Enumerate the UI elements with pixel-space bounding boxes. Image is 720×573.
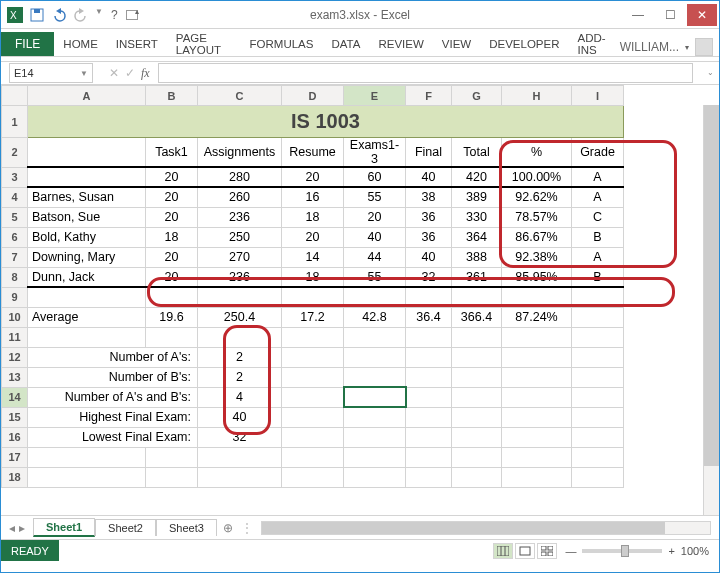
cell[interactable] <box>282 327 344 347</box>
cell[interactable] <box>502 327 572 347</box>
cell[interactable] <box>502 407 572 427</box>
cell[interactable]: C <box>572 207 624 227</box>
cell[interactable]: 20 <box>146 187 198 207</box>
formula-bar[interactable] <box>158 63 693 83</box>
stat-label[interactable]: Lowest Final Exam: <box>28 427 198 447</box>
cell[interactable]: A <box>572 187 624 207</box>
zoom-slider[interactable] <box>582 549 662 553</box>
cell[interactable] <box>572 427 624 447</box>
row-header-4[interactable]: 4 <box>2 187 28 207</box>
name-box-dropdown-icon[interactable]: ▼ <box>80 69 88 78</box>
cancel-icon[interactable]: ✕ <box>109 66 119 80</box>
stat-label[interactable]: Number of A's: <box>28 347 198 367</box>
cell[interactable]: 36.4 <box>406 307 452 327</box>
row-header-1[interactable]: 1 <box>2 106 28 138</box>
row-header-17[interactable]: 17 <box>2 447 28 467</box>
cell[interactable] <box>28 447 146 467</box>
cell[interactable] <box>502 427 572 447</box>
cell[interactable] <box>28 138 146 168</box>
cell[interactable]: % <box>502 138 572 168</box>
cell[interactable] <box>406 387 452 407</box>
vertical-scrollbar[interactable] <box>703 105 719 515</box>
stat-value[interactable]: 4 <box>198 387 282 407</box>
cell[interactable] <box>452 407 502 427</box>
cell[interactable]: 86.67% <box>502 227 572 247</box>
cell[interactable]: 20 <box>146 267 198 287</box>
cell[interactable] <box>282 347 344 367</box>
cell[interactable] <box>406 327 452 347</box>
cell[interactable] <box>344 287 406 307</box>
column-header-F[interactable]: F <box>406 86 452 106</box>
cell[interactable] <box>28 467 146 487</box>
select-all-cell[interactable] <box>2 86 28 106</box>
worksheet-grid[interactable]: ABCDEFGHI1IS 10032Task1AssignmentsResume… <box>1 85 719 515</box>
row-header-11[interactable]: 11 <box>2 327 28 347</box>
user-avatar-icon[interactable] <box>695 38 713 56</box>
cell[interactable]: B <box>572 267 624 287</box>
redo-icon[interactable] <box>73 7 89 23</box>
normal-view-icon[interactable] <box>493 543 513 559</box>
cell[interactable]: 17.2 <box>282 307 344 327</box>
cell[interactable]: Bold, Kathy <box>28 227 146 247</box>
cell[interactable]: 389 <box>452 187 502 207</box>
cell[interactable] <box>344 467 406 487</box>
cell[interactable] <box>502 287 572 307</box>
zoom-in-button[interactable]: + <box>668 545 674 557</box>
cell[interactable] <box>146 447 198 467</box>
cell[interactable] <box>282 407 344 427</box>
formula-bar-expand-icon[interactable]: ⌄ <box>701 61 719 85</box>
cell[interactable]: Total <box>452 138 502 168</box>
cell[interactable]: A <box>572 167 624 187</box>
row-header-14[interactable]: 14 <box>2 387 28 407</box>
cell[interactable] <box>344 447 406 467</box>
column-header-E[interactable]: E <box>344 86 406 106</box>
row-header-8[interactable]: 8 <box>2 267 28 287</box>
cell[interactable]: 42.8 <box>344 307 406 327</box>
cell[interactable] <box>282 287 344 307</box>
cell[interactable] <box>406 447 452 467</box>
cell[interactable]: 250 <box>198 227 282 247</box>
sheet-tab-2[interactable]: Sheet2 <box>95 519 156 536</box>
cell[interactable]: 40 <box>406 167 452 187</box>
tab-view[interactable]: VIEW <box>433 32 480 56</box>
cell[interactable]: 38 <box>406 187 452 207</box>
cell[interactable]: 18 <box>282 267 344 287</box>
sheet-tab-3[interactable]: Sheet3 <box>156 519 217 536</box>
tab-formulas[interactable]: FORMULAS <box>241 32 323 56</box>
cell[interactable] <box>344 347 406 367</box>
cell[interactable] <box>344 327 406 347</box>
cell[interactable]: Task1 <box>146 138 198 168</box>
stat-value[interactable]: 40 <box>198 407 282 427</box>
title-cell[interactable]: IS 1003 <box>28 106 624 138</box>
cell[interactable]: Exams1-3 <box>344 138 406 168</box>
horizontal-scrollbar[interactable] <box>261 521 711 535</box>
cell[interactable] <box>406 467 452 487</box>
cell[interactable]: 19.6 <box>146 307 198 327</box>
cell[interactable]: 420 <box>452 167 502 187</box>
row-header-18[interactable]: 18 <box>2 467 28 487</box>
cell[interactable] <box>406 287 452 307</box>
cell[interactable]: 388 <box>452 247 502 267</box>
tab-home[interactable]: HOME <box>54 32 107 56</box>
cell[interactable]: Resume <box>282 138 344 168</box>
cell[interactable]: 236 <box>198 267 282 287</box>
cell[interactable]: 44 <box>344 247 406 267</box>
cell[interactable] <box>282 467 344 487</box>
cell[interactable]: 55 <box>344 267 406 287</box>
cell[interactable]: 78.57% <box>502 207 572 227</box>
cell[interactable] <box>28 287 146 307</box>
cell[interactable] <box>282 367 344 387</box>
tab-developer[interactable]: DEVELOPER <box>480 32 568 56</box>
cell[interactable] <box>406 347 452 367</box>
cell[interactable]: 100.00% <box>502 167 572 187</box>
undo-icon[interactable] <box>51 7 67 23</box>
cell[interactable] <box>28 327 146 347</box>
cell[interactable]: 18 <box>146 227 198 247</box>
cell[interactable]: 366.4 <box>452 307 502 327</box>
row-header-6[interactable]: 6 <box>2 227 28 247</box>
tab-insert[interactable]: INSERT <box>107 32 167 56</box>
cell[interactable] <box>282 427 344 447</box>
cell[interactable] <box>572 347 624 367</box>
cell[interactable]: 60 <box>344 167 406 187</box>
sheet-tab-1[interactable]: Sheet1 <box>33 518 95 537</box>
